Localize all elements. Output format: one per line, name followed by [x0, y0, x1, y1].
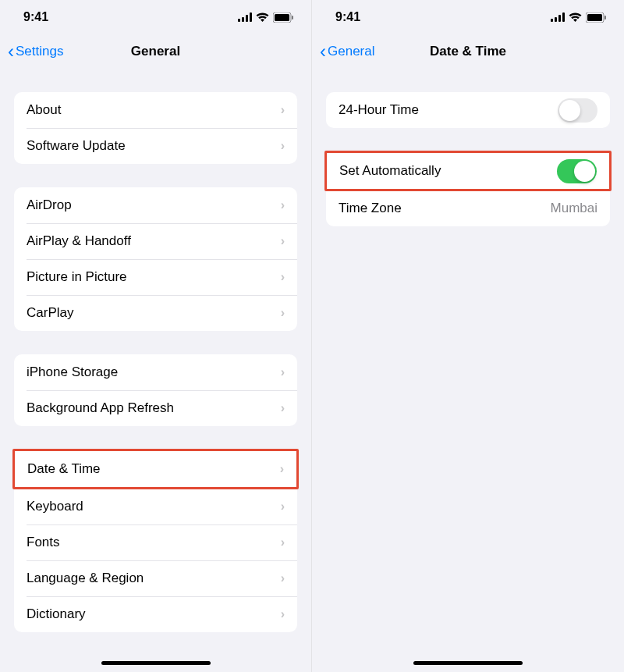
- battery-icon: [586, 12, 607, 23]
- status-time: 9:41: [335, 10, 360, 24]
- svg-rect-13: [604, 16, 606, 20]
- chevron-right-icon: ›: [281, 535, 285, 549]
- wifi-icon: [256, 12, 269, 22]
- settings-group: About › Software Update ›: [14, 92, 297, 164]
- settings-group: Set Automatically Time Zone Mumbai: [326, 151, 610, 226]
- row-label: CarPlay: [27, 305, 73, 321]
- toggle-set-automatically[interactable]: [557, 159, 597, 183]
- row-label: Date & Time: [27, 461, 101, 477]
- status-icons: [551, 12, 607, 23]
- row-carplay[interactable]: CarPlay ›: [14, 295, 297, 331]
- chevron-right-icon: ›: [281, 571, 285, 585]
- settings-group: AirDrop › AirPlay & Handoff › Picture in…: [14, 187, 297, 331]
- row-label: Dictionary: [27, 606, 86, 622]
- svg-rect-7: [551, 19, 553, 22]
- page-title: Date & Time: [430, 44, 506, 59]
- row-24-hour-time[interactable]: 24-Hour Time: [326, 92, 610, 128]
- chevron-right-icon: ›: [280, 462, 284, 476]
- toggle-knob: [574, 161, 595, 182]
- settings-group: 24-Hour Time: [326, 92, 610, 128]
- chevron-right-icon: ›: [281, 139, 285, 153]
- settings-group: Date & Time › Keyboard › Fonts › Languag…: [14, 449, 297, 632]
- row-language-region[interactable]: Language & Region ›: [14, 560, 297, 596]
- row-date-time[interactable]: Date & Time ›: [15, 451, 296, 487]
- row-set-automatically[interactable]: Set Automatically: [327, 153, 609, 189]
- cellular-signal-icon: [551, 12, 565, 22]
- row-fonts[interactable]: Fonts ›: [14, 524, 297, 560]
- row-label: Keyboard: [27, 499, 83, 514]
- svg-rect-10: [562, 12, 565, 22]
- svg-rect-5: [275, 14, 289, 21]
- svg-rect-1: [242, 17, 244, 22]
- row-picture-in-picture[interactable]: Picture in Picture ›: [14, 259, 297, 295]
- svg-rect-2: [246, 15, 248, 22]
- status-time: 9:41: [23, 10, 48, 24]
- row-software-update[interactable]: Software Update ›: [14, 128, 297, 164]
- battery-icon: [273, 12, 294, 23]
- status-bar: 9:41: [312, 0, 624, 34]
- home-indicator[interactable]: [413, 661, 523, 665]
- chevron-right-icon: ›: [281, 607, 285, 621]
- back-button[interactable]: ‹ Settings: [8, 42, 63, 61]
- chevron-left-icon: ‹: [320, 42, 326, 61]
- row-label: Language & Region: [27, 571, 144, 586]
- cellular-signal-icon: [238, 12, 252, 22]
- row-about[interactable]: About ›: [14, 92, 297, 128]
- chevron-right-icon: ›: [281, 103, 285, 117]
- chevron-right-icon: ›: [281, 401, 285, 415]
- row-background-app-refresh[interactable]: Background App Refresh ›: [14, 390, 297, 426]
- svg-rect-9: [558, 15, 561, 22]
- home-indicator[interactable]: [101, 661, 211, 665]
- highlight-set-automatically: Set Automatically: [324, 151, 612, 191]
- row-airdrop[interactable]: AirDrop ›: [14, 187, 297, 223]
- nav-bar: ‹ General Date & Time: [312, 34, 624, 69]
- nav-bar: ‹ Settings General: [0, 34, 311, 69]
- svg-rect-12: [587, 14, 602, 21]
- row-value: Mumbai: [551, 201, 597, 216]
- row-label: AirDrop: [27, 197, 72, 213]
- chevron-right-icon: ›: [281, 270, 285, 284]
- settings-group: iPhone Storage › Background App Refresh …: [14, 354, 297, 426]
- row-label: AirPlay & Handoff: [27, 233, 131, 249]
- date-time-content[interactable]: 24-Hour Time Set Automatically Time Zone…: [312, 69, 624, 672]
- chevron-right-icon: ›: [281, 500, 285, 514]
- chevron-right-icon: ›: [281, 198, 285, 212]
- status-bar: 9:41: [0, 0, 311, 34]
- row-label: Software Update: [27, 138, 126, 154]
- general-content[interactable]: About › Software Update › AirDrop › AirP…: [0, 69, 311, 672]
- page-title: General: [131, 44, 180, 59]
- row-iphone-storage[interactable]: iPhone Storage ›: [14, 354, 297, 390]
- row-label: Time Zone: [339, 201, 402, 216]
- chevron-right-icon: ›: [281, 234, 285, 248]
- svg-rect-8: [555, 17, 557, 22]
- row-label: iPhone Storage: [27, 364, 118, 380]
- svg-rect-3: [250, 12, 252, 22]
- toggle-knob: [559, 100, 580, 121]
- row-label: 24-Hour Time: [339, 102, 419, 118]
- chevron-right-icon: ›: [281, 365, 285, 379]
- svg-rect-6: [292, 16, 293, 20]
- row-label: About: [27, 102, 61, 118]
- row-label: Set Automatically: [339, 163, 441, 179]
- chevron-right-icon: ›: [281, 306, 285, 320]
- chevron-left-icon: ‹: [8, 42, 14, 61]
- wifi-icon: [569, 12, 582, 22]
- row-label: Fonts: [27, 535, 60, 550]
- svg-rect-0: [238, 19, 240, 22]
- phone-general: 9:41 ‹ Settings General About ›: [0, 0, 312, 672]
- row-dictionary[interactable]: Dictionary ›: [14, 596, 297, 632]
- row-airplay-handoff[interactable]: AirPlay & Handoff ›: [14, 223, 297, 259]
- status-icons: [238, 12, 294, 23]
- row-time-zone[interactable]: Time Zone Mumbai: [326, 190, 610, 226]
- toggle-24-hour-time[interactable]: [558, 98, 597, 123]
- row-keyboard[interactable]: Keyboard ›: [14, 489, 297, 524]
- back-label: Settings: [16, 44, 63, 59]
- back-button[interactable]: ‹ General: [320, 42, 374, 61]
- back-label: General: [328, 44, 374, 59]
- row-label: Background App Refresh: [27, 400, 174, 416]
- row-label: Picture in Picture: [27, 269, 127, 285]
- phone-date-time: 9:41 ‹ General Date & Time 24-Hour Time: [312, 0, 624, 672]
- highlight-date-time: Date & Time ›: [12, 449, 299, 489]
